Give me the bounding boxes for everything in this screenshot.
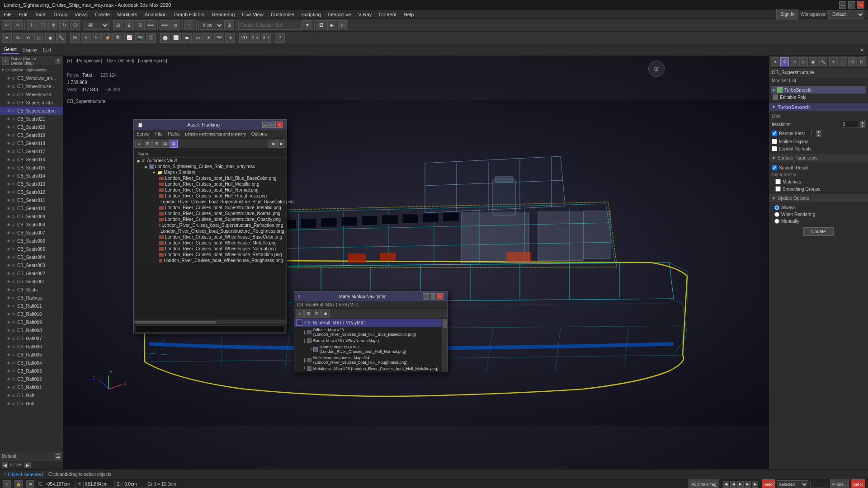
geom-light[interactable]: ☀ xyxy=(203,33,213,43)
scene-item-seats021[interactable]: ◉□CB_Seats021 xyxy=(0,115,63,123)
motion-tab[interactable]: ▷ xyxy=(34,33,44,43)
rp-copy-modifier[interactable]: ⊞ xyxy=(848,57,857,66)
mode-display[interactable]: Display xyxy=(20,47,40,53)
scene-item-seats010[interactable]: ◉□CB_Seats010 xyxy=(0,204,63,212)
create-tab[interactable]: ✦ xyxy=(2,33,12,43)
scene-item-seats012[interactable]: ◉□CB_Seats012 xyxy=(0,188,63,196)
mat-item-normal[interactable]: └ Normal map: Map #27 (London_River_Crui… xyxy=(294,344,442,355)
scene-close-btn[interactable]: ✕ xyxy=(55,58,61,64)
asset-file-14[interactable]: London_River_Cruises_boat_Wheelhouse_Ref… xyxy=(136,252,285,258)
menu-rendering[interactable]: Rendering xyxy=(208,10,239,19)
scene-item-raft010[interactable]: ◉□CB_Raft010 xyxy=(0,310,63,318)
asset-close-btn[interactable]: ✕ xyxy=(277,122,283,128)
viewport-layout[interactable]: ⊞ xyxy=(224,20,234,30)
menu-vray[interactable]: V-Ray xyxy=(354,10,375,19)
help-btn[interactable]: ? xyxy=(275,33,285,43)
scene-item-raft011[interactable]: ◉□CB_Raft011 xyxy=(0,302,63,310)
anim-key-filters[interactable]: ◀| xyxy=(723,481,729,488)
scene-item-hull[interactable]: ◉□CB_Hull xyxy=(0,399,63,408)
asset-file-9[interactable]: London_River_Cruises_boat_Superstructure… xyxy=(136,222,285,228)
asset-tb-6[interactable]: ◀ xyxy=(269,140,277,148)
material-scrollbar[interactable] xyxy=(442,319,447,372)
scene-item-seats009[interactable]: ◉□CB_Seats009 xyxy=(0,212,63,221)
material-titlebar[interactable]: 3 Material/Map Navigator — □ ✕ xyxy=(294,291,447,301)
utilities-tab[interactable]: 🔧 xyxy=(56,33,66,43)
geom-camera[interactable]: 📷 xyxy=(214,33,224,43)
anim-next-key[interactable]: |▶ xyxy=(752,481,758,488)
scene-item-railings[interactable]: ◉□CB_Railings xyxy=(0,294,63,302)
mat-item-diffuse[interactable]: ├ Diffuse: Map #23 (London_River_Cruises… xyxy=(294,327,442,338)
menu-edit[interactable]: Edit xyxy=(15,10,31,19)
scene-item-seats002[interactable]: ◉□CB_Seats002 xyxy=(0,269,63,277)
render-setup[interactable]: 🖼 xyxy=(316,20,326,30)
frame-input[interactable] xyxy=(810,481,828,488)
smooth-result-checkbox[interactable] xyxy=(772,165,777,170)
material-editor[interactable]: M xyxy=(70,33,80,43)
snap-2d[interactable]: 2D xyxy=(239,33,249,43)
mat-tb-3[interactable]: ⊟ xyxy=(313,310,321,318)
menu-views[interactable]: Views xyxy=(71,10,91,19)
anim-play[interactable]: ▶ xyxy=(737,481,744,488)
modify-tab[interactable]: ⚙ xyxy=(13,33,23,43)
menu-content[interactable]: Content xyxy=(375,10,400,19)
layer-manager[interactable]: ≡ xyxy=(184,20,194,30)
scene-item-seats013[interactable]: ◉□CB_Seats013 xyxy=(0,180,63,188)
hierarchy-tab[interactable]: ⊙ xyxy=(24,33,33,43)
asset-file-8[interactable]: London_River_Cruises_boat_Superstructure… xyxy=(136,216,285,222)
smoothing-groups-checkbox[interactable] xyxy=(775,186,781,192)
isoline-checkbox[interactable] xyxy=(772,139,777,144)
asset-file-7[interactable]: London_River_Cruises_boat_Superstructure… xyxy=(136,211,285,216)
always-radio[interactable] xyxy=(774,205,779,210)
mat-item-metalness[interactable]: └ Metalness: Map #25 (London_River_Cruis… xyxy=(294,366,442,372)
schematic-view[interactable]: S xyxy=(81,33,91,43)
x-coord-input[interactable] xyxy=(44,481,75,488)
asset-file-15[interactable]: London_River_Cruises_boat_Wheelhouse_Rou… xyxy=(136,258,285,263)
scene-sort-btn[interactable]: ↕ xyxy=(2,57,9,65)
scene-item-seats001[interactable]: ◉□CB_Seats001 xyxy=(0,277,63,286)
scene-item-root[interactable]: ▼ ⬡ London_Sightseeing_Cru... xyxy=(0,66,63,74)
surface-params-header[interactable]: ▼ Surface Parameters xyxy=(769,154,868,162)
asset-tracking-titlebar[interactable]: 📋 Asset Tracking — □ ✕ xyxy=(134,120,287,130)
reference-coord-select[interactable]: All xyxy=(84,21,109,30)
scene-nav-prev[interactable]: ◀ xyxy=(2,462,8,468)
scene-close[interactable]: ✕ xyxy=(858,47,866,53)
iterations-spinner[interactable]: ▲ ▼ xyxy=(860,121,865,128)
update-options-header[interactable]: ▼ Update Options xyxy=(769,194,868,202)
asset-menu-options[interactable]: Options xyxy=(249,130,269,138)
asset-tb-3[interactable]: ⊟ xyxy=(152,140,160,148)
asset-tb-4[interactable]: ▤ xyxy=(161,140,169,148)
materials-checkbox[interactable] xyxy=(775,179,781,184)
viewport-edged-faces[interactable]: [Edged Faces] xyxy=(138,58,167,63)
rp-display[interactable]: ◉ xyxy=(809,57,817,66)
scene-item-wheelhouse[interactable]: ◉ □ CB_Wheelhouse xyxy=(0,90,63,99)
scene-item-seats[interactable]: ◉□CB_Seats xyxy=(0,286,63,294)
scene-item-raft005[interactable]: ◉□CB_Raft005 xyxy=(0,351,63,359)
menu-modifiers[interactable]: Modifiers xyxy=(113,10,141,19)
material-minimize-btn[interactable]: — xyxy=(423,293,429,300)
y-coord-input[interactable] xyxy=(83,481,115,488)
geom-cylinder[interactable]: ⬬ xyxy=(182,33,192,43)
scene-item-seats011[interactable]: ◉□CB_Seats011 xyxy=(0,196,63,204)
scene-item-seats014[interactable]: ◉□CB_Seats014 xyxy=(0,172,63,180)
scene-item-raft003[interactable]: ◉□CB_Raft003 xyxy=(0,367,63,375)
undo-button[interactable]: ↩ xyxy=(2,20,12,30)
asset-tb-7[interactable]: ▶ xyxy=(277,140,285,148)
scene-item-wheelhouse-glass[interactable]: ◉ □ CB_Wheelhouse_glass... xyxy=(0,82,63,90)
menu-interactive[interactable]: Interactive xyxy=(325,10,355,19)
asset-menu-file[interactable]: File xyxy=(152,130,165,138)
mat-item-bump[interactable]: ├ Bump: Map #26 ( VRayNormalMap ) xyxy=(294,338,442,344)
scene-item-windows[interactable]: ◉ □ CB_Windows_and_doc... xyxy=(0,74,63,82)
select-region-button[interactable]: ⬚ xyxy=(38,20,47,30)
scene-item-seats019[interactable]: ◉□CB_Seats019 xyxy=(0,131,63,139)
video-post[interactable]: 📷 xyxy=(135,33,145,43)
geom-box[interactable]: ⬜ xyxy=(171,33,181,43)
iterations-input[interactable] xyxy=(841,121,859,128)
render-active[interactable]: ▷ xyxy=(338,20,348,30)
coord-snap-btn[interactable]: ⊕ xyxy=(3,480,11,488)
geom-plane[interactable]: ▭ xyxy=(193,33,203,43)
viewport[interactable]: [+] [Perspective] [User Defined] [Edged … xyxy=(63,56,769,469)
rp-remove-modifier[interactable]: - xyxy=(839,57,847,66)
menu-group[interactable]: Group xyxy=(50,10,71,19)
geom-target[interactable]: ⊕ xyxy=(225,33,235,43)
render-iters-input[interactable] xyxy=(809,131,814,136)
